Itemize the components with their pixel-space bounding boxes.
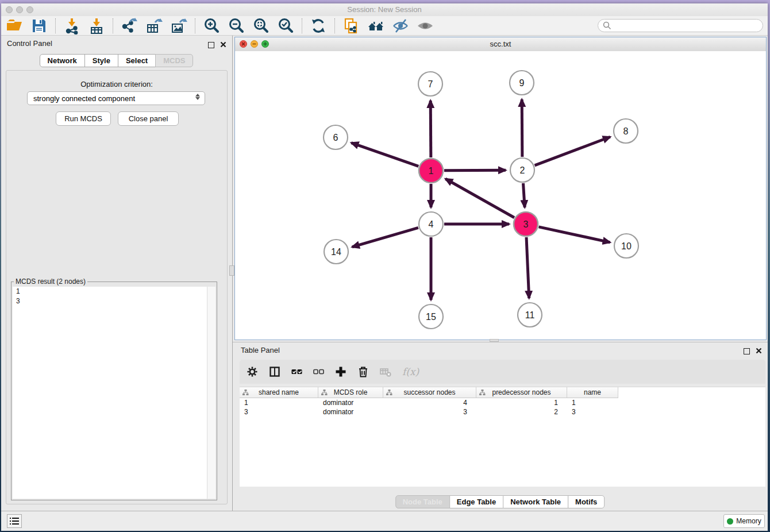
graph-edge-3-1[interactable]	[445, 179, 514, 217]
main-toolbar	[1, 16, 768, 36]
graph-edge-3-10[interactable]	[538, 227, 610, 242]
tab-mcds[interactable]: MCDS	[155, 54, 193, 67]
optimization-criterion-label: Optimization criterion:	[6, 80, 227, 88]
table-cell[interactable]: 4	[383, 398, 476, 407]
mcds-result-group: MCDS result (2 nodes) 13	[11, 277, 217, 500]
table-cell[interactable]: 1	[476, 398, 567, 407]
column-layout-icon[interactable]	[269, 366, 280, 377]
svg-text:10: 10	[621, 241, 632, 251]
table-cell[interactable]: 3	[240, 407, 318, 417]
graph-edge-1-7[interactable]	[430, 101, 431, 157]
open-session-icon[interactable]	[6, 17, 23, 34]
save-session-icon[interactable]	[30, 17, 48, 34]
graph-node-15[interactable]: 15	[419, 304, 443, 329]
table-toolbar: f(x)	[240, 360, 765, 384]
table-cell[interactable]: dominator	[318, 407, 383, 417]
graph-node-14[interactable]: 14	[324, 240, 348, 264]
two-houses-icon[interactable]	[367, 17, 384, 34]
table-tabbar: Node TableEdge TableNetwork TableMotifs	[396, 495, 605, 508]
svg-text:8: 8	[623, 126, 629, 136]
tab-network[interactable]: Network	[40, 54, 85, 67]
table-row[interactable]: 3dominator323	[240, 407, 765, 417]
tab-node-table[interactable]: Node Table	[395, 495, 450, 508]
column-header-mcds-role[interactable]: MCDS role	[318, 387, 383, 398]
status-bar: Memory	[1, 511, 768, 531]
graph-node-1[interactable]: 1	[419, 159, 443, 183]
graph-edge-2-8[interactable]	[535, 137, 610, 165]
column-header-predecessor-nodes[interactable]: predecessor nodes	[476, 387, 567, 398]
column-header-successor-nodes[interactable]: successor nodes	[383, 387, 476, 398]
float-table-panel-icon[interactable]	[744, 348, 750, 354]
table-panel: Table Panel	[233, 342, 768, 511]
run-mcds-button[interactable]: Run MCDS	[56, 111, 111, 126]
table-cell[interactable]: 3	[567, 407, 618, 417]
zoom-in-icon[interactable]	[203, 17, 220, 34]
control-panel-tabbar: NetworkStyleSelectMCDS	[1, 54, 232, 67]
export-image-icon[interactable]	[170, 17, 187, 34]
zoom-selected-icon[interactable]	[277, 17, 294, 34]
column-header-name[interactable]: name	[567, 387, 618, 398]
result-scrollbar[interactable]	[207, 287, 215, 499]
table-cell[interactable]: 2	[476, 407, 567, 417]
graph-node-9[interactable]: 9	[510, 71, 534, 95]
graph-node-10[interactable]: 10	[614, 234, 638, 258]
graph-node-11[interactable]: 11	[518, 303, 542, 327]
import-table-icon[interactable]	[88, 17, 105, 34]
network-canvas[interactable]: 7968124314101511	[235, 51, 766, 340]
export-table-icon[interactable]	[145, 17, 163, 34]
control-panel-title: Control Panel	[7, 39, 52, 48]
zoom-out-icon[interactable]	[228, 17, 245, 34]
graph-edge-2-9[interactable]	[522, 99, 522, 157]
refresh-icon[interactable]	[310, 17, 327, 34]
add-column-icon[interactable]	[335, 366, 346, 377]
mcds-result-textarea[interactable]: 13	[13, 287, 215, 499]
table-cell[interactable]: dominator	[318, 398, 383, 407]
float-panel-icon[interactable]	[208, 42, 214, 48]
graph-node-2[interactable]: 2	[510, 158, 534, 182]
select-all-checkboxes-icon[interactable]	[291, 367, 302, 377]
graph-edge-1-2[interactable]	[444, 170, 506, 171]
hide-selected-icon[interactable]	[392, 17, 409, 34]
table-cell[interactable]: 3	[383, 407, 476, 417]
graph-node-6[interactable]: 6	[324, 125, 348, 149]
import-network-icon[interactable]	[63, 17, 80, 34]
export-network-icon[interactable]	[121, 17, 138, 34]
tab-style[interactable]: Style	[84, 54, 118, 67]
close-panel-button[interactable]: Close panel	[118, 111, 179, 126]
control-panel: Control Panel NetworkStyleSelectMCDS Opt…	[1, 36, 232, 511]
delete-column-icon[interactable]	[357, 366, 369, 377]
graph-node-8[interactable]: 8	[614, 119, 638, 143]
graph-node-3[interactable]: 3	[514, 212, 538, 236]
graph-node-4[interactable]: 4	[419, 212, 443, 236]
close-panel-icon[interactable]	[220, 40, 226, 50]
search-input[interactable]	[598, 19, 763, 32]
show-hidden-icon	[417, 17, 434, 34]
column-header-shared-name[interactable]: shared name	[240, 387, 318, 398]
gear-icon[interactable]	[247, 366, 258, 377]
tab-motifs[interactable]: Motifs	[568, 495, 605, 508]
memory-label: Memory	[736, 517, 761, 525]
graph-edge-1-6[interactable]	[351, 143, 418, 167]
graph-edge-2-3[interactable]	[523, 183, 525, 207]
table-cell[interactable]: 1	[240, 398, 318, 407]
select-stepper-icon	[195, 94, 200, 100]
table-row[interactable]: 1dominator411	[240, 398, 765, 407]
tab-select[interactable]: Select	[118, 54, 156, 67]
task-list-icon[interactable]	[7, 514, 22, 528]
table-cell[interactable]: 1	[567, 398, 618, 407]
graph-edge-4-14[interactable]	[352, 228, 418, 246]
close-table-panel-icon[interactable]	[756, 346, 762, 356]
zoom-fit-icon[interactable]	[252, 17, 270, 34]
graph-edge-3-11[interactable]	[526, 237, 529, 298]
function-builder-icon: f(x)	[402, 366, 419, 377]
svg-text:2: 2	[520, 165, 525, 175]
deselect-all-checkboxes-icon[interactable]	[313, 367, 324, 377]
tab-network-table[interactable]: Network Table	[503, 495, 568, 508]
network-frame-titlebar[interactable]: scc.txt	[235, 37, 766, 52]
search-icon	[603, 21, 611, 32]
clone-network-icon[interactable]	[342, 17, 360, 34]
tab-edge-table[interactable]: Edge Table	[449, 495, 503, 508]
memory-button[interactable]: Memory	[723, 514, 765, 528]
criterion-select[interactable]: strongly connected component	[27, 91, 205, 105]
graph-node-7[interactable]: 7	[418, 72, 442, 96]
